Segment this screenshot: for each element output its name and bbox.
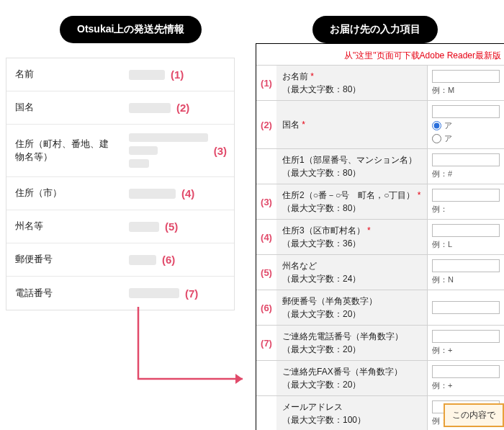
radio-input[interactable] — [432, 121, 441, 130]
required-mark: * — [302, 120, 305, 130]
required-mark: * — [310, 71, 314, 81]
row-number: (6) — [162, 254, 175, 266]
field-max: （最大文字数：80） — [282, 202, 421, 215]
field-title: 住所2（○番－○号 町名，○丁目） * — [282, 189, 421, 202]
hint-text: 例：+ — [432, 380, 500, 391]
field-max: （最大文字数：36） — [282, 237, 421, 250]
hint-text: 例：L — [432, 239, 500, 250]
form-field-label: メールアドレス （最大文字数：100） — [276, 396, 428, 430]
confirm-button[interactable]: この内容で — [444, 403, 504, 427]
left-header-pill: Otsukai上の発送先情報 — [60, 16, 202, 43]
form-row: (2)国名 * ア ア — [256, 100, 504, 148]
blurred-value — [129, 103, 171, 113]
form-field-hint: 例：+ — [428, 326, 504, 360]
row-label: 住所（町村、番地、建物名等） — [6, 129, 122, 172]
row-label: 名前 — [6, 59, 122, 89]
hint-text: 例：# — [432, 169, 500, 179]
radio-input[interactable] — [432, 134, 441, 143]
hint-text: 例：N — [432, 274, 500, 285]
row-number: (3) — [214, 145, 227, 157]
row-value: (4) — [122, 179, 234, 208]
table-row: 住所（市） (4) — [6, 177, 234, 210]
form-row-number: (1) — [256, 66, 276, 100]
form-field-hint: 例： — [428, 184, 504, 219]
text-input[interactable] — [432, 330, 500, 343]
field-max: （最大文字数：20） — [282, 343, 421, 356]
form-field-label: 州名など （最大文字数：24） — [276, 255, 428, 290]
text-input[interactable] — [432, 259, 500, 272]
form-field-label: お名前 *（最大文字数：80） — [276, 66, 428, 100]
blurred-value — [129, 70, 165, 80]
field-title: メールアドレス — [282, 400, 421, 413]
form-row: ご連絡先FAX番号（半角数字） （最大文字数：20）例：+ — [256, 360, 504, 395]
form-field-label: 国名 * — [276, 101, 428, 148]
form-row: 住所1（部屋番号、マンション名） （最大文字数：80）例：# — [256, 148, 504, 184]
table-row: 州名等 (5) — [6, 210, 234, 243]
form-field-label: ご連絡先電話番号（半角数字） （最大文字数：20） — [276, 326, 428, 360]
field-title: お名前 * — [282, 70, 421, 83]
form-field-label: 住所2（○番－○号 町名，○丁目） *（最大文字数：80） — [276, 184, 428, 219]
form-field-label: 住所1（部屋番号、マンション名） （最大文字数：80） — [276, 149, 428, 184]
field-title: 州名など — [282, 259, 421, 272]
text-input[interactable] — [432, 70, 500, 83]
form-field-label: 郵便番号（半角英数字） （最大文字数：20） — [276, 290, 428, 325]
field-max: （最大文字数：100） — [282, 413, 421, 426]
text-input[interactable] — [432, 105, 500, 118]
form-field-hint: ア ア — [428, 101, 504, 148]
form-row-number: (7) — [256, 326, 276, 360]
row-number: (4) — [181, 187, 194, 200]
text-input[interactable] — [432, 301, 500, 314]
field-title: 郵便番号（半角英数字） — [282, 295, 421, 308]
form-field-hint: 例：# — [428, 149, 504, 184]
form-row: (3)住所2（○番－○号 町名，○丁目） *（最大文字数：80）例： — [256, 184, 504, 219]
radio-option[interactable]: ア — [432, 133, 500, 144]
blurred-value — [129, 159, 149, 168]
row-value: (5) — [122, 212, 234, 241]
form-row-number: (3) — [256, 184, 276, 219]
table-row: 名前 (1) — [6, 58, 234, 91]
form-row-number: (4) — [256, 220, 276, 254]
blurred-value — [129, 146, 158, 155]
shipping-info-table: 名前 (1) 国名 (2) 住所（町村、番地、建物名等） (3) 住所（市） (… — [6, 58, 235, 310]
right-header-pill: お届け先の入力項目 — [312, 16, 438, 43]
row-value: (7) — [122, 279, 234, 308]
text-input[interactable] — [432, 365, 500, 378]
table-row: 郵便番号 (6) — [6, 243, 234, 277]
text-input[interactable] — [432, 153, 500, 166]
hint-text: 例：M — [432, 85, 500, 96]
mapping-arrow-icon — [131, 307, 257, 408]
form-row: (5)州名など （最大文字数：24）例：N — [256, 254, 504, 290]
row-value: (3) — [122, 125, 234, 176]
row-value: (2) — [122, 93, 234, 122]
row-label: 住所（市） — [6, 178, 122, 208]
text-input[interactable] — [432, 189, 500, 202]
form-row: (6)郵便番号（半角英数字） （最大文字数：20） — [256, 290, 504, 325]
blurred-value — [129, 255, 156, 265]
row-label: 郵便番号 — [6, 244, 122, 274]
form-field-hint: 例：+ — [428, 361, 504, 395]
blurred-value — [129, 189, 176, 199]
form-field-hint: 例：L — [428, 220, 504, 254]
row-label: 州名等 — [6, 211, 122, 241]
form-row: (4)住所3（区市町村名） *（最大文字数：36）例：L — [256, 219, 504, 254]
field-title: ご連絡先電話番号（半角数字） — [282, 330, 421, 343]
row-label: 電話番号 — [6, 278, 122, 308]
row-number: (5) — [165, 220, 178, 233]
blurred-value — [129, 288, 179, 298]
field-title: 国名 * — [282, 118, 421, 131]
field-title: ご連絡先FAX番号（半角数字） — [282, 365, 421, 378]
delivery-form-panel: 从"这里"页面可下载Adobe Reader最新版 (1)お名前 *（最大文字数… — [256, 43, 504, 430]
radio-option[interactable]: ア — [432, 120, 500, 131]
table-row: 住所（町村、番地、建物名等） (3) — [6, 125, 234, 177]
form-field-hint: 例：N — [428, 255, 504, 290]
form-field-label: ご連絡先FAX番号（半角数字） （最大文字数：20） — [276, 361, 428, 395]
required-mark: * — [418, 190, 421, 200]
table-row: 電話番号 (7) — [6, 277, 234, 310]
field-title: 住所3（区市町村名） * — [282, 224, 421, 237]
form-row: (7)ご連絡先電話番号（半角数字） （最大文字数：20）例：+ — [256, 325, 504, 360]
form-field-label: 住所3（区市町村名） *（最大文字数：36） — [276, 220, 428, 254]
form-field-hint: 例：M — [428, 66, 504, 100]
row-number: (1) — [171, 68, 184, 81]
hint-text: 例：+ — [432, 345, 500, 356]
text-input[interactable] — [432, 224, 500, 237]
